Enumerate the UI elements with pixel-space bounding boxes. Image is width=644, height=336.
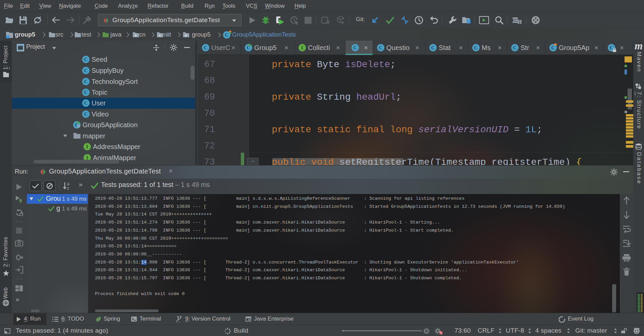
svg-text:z: z	[67, 186, 69, 190]
svg-text:a: a	[67, 182, 69, 186]
svg-text:EE: EE	[249, 319, 252, 322]
svg-text:9: 9	[19, 198, 22, 203]
